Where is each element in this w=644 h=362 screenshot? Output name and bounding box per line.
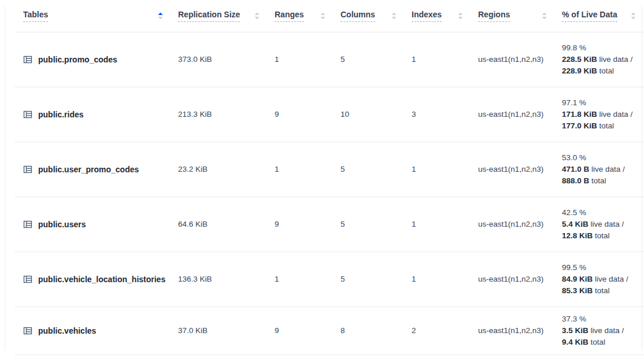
columns-cell: 5 — [334, 252, 405, 306]
ranges-cell: 9 — [268, 197, 334, 252]
replication-size-cell: 37.0 KiB — [171, 306, 268, 354]
columns-cell: 8 — [334, 306, 405, 354]
table-grid-icon — [23, 55, 32, 64]
regions-cell: us-east1(n1,n2,n3) — [471, 87, 555, 142]
table-grid-icon — [23, 275, 32, 284]
columns-cell: 10 — [334, 87, 405, 142]
live-percent: 53.0 % — [562, 152, 636, 164]
live-percent: 97.1 % — [562, 97, 636, 109]
table-grid-icon — [23, 326, 32, 335]
table-row[interactable]: public.vehicle_location_histories 136.3 … — [14, 252, 644, 306]
table-row[interactable]: public.rides 213.3 KiB 9 10 3 us-east1(n… — [14, 87, 644, 142]
table-name-link[interactable]: public.vehicles — [38, 326, 96, 335]
table-name-cell: public.vehicles — [14, 306, 171, 354]
container-left-border — [5, 6, 5, 350]
table-name-cell: public.vehicle_location_histories — [14, 252, 171, 306]
sort-icon[interactable] — [320, 12, 325, 20]
table-name-cell: public.users — [14, 197, 171, 252]
live-size-line: 5.4 KiB live data / — [562, 219, 636, 230]
sort-asc-icon[interactable] — [158, 12, 163, 20]
indexes-cell: 1 — [405, 142, 471, 197]
sort-icon[interactable] — [391, 12, 397, 20]
table-name-link[interactable]: public.users — [38, 220, 86, 229]
indexes-cell: 2 — [405, 306, 471, 354]
table-name-link[interactable]: public.user_promo_codes — [38, 165, 139, 174]
column-header-live-data[interactable]: % of Live Data — [555, 0, 644, 32]
table-grid-icon — [23, 110, 32, 119]
replication-size-cell: 373.0 KiB — [171, 32, 268, 87]
replication-size-cell: 136.3 KiB — [171, 252, 268, 306]
table-header: Tables Replication Size Ranges — [14, 0, 644, 32]
regions-cell: us-east1(n1,n2,n3) — [471, 32, 555, 87]
sort-icon[interactable] — [631, 12, 636, 20]
sort-icon[interactable] — [458, 12, 463, 20]
live-data-cell: 97.1 % 171.8 KiB live data / 177.0 KiB t… — [555, 87, 644, 142]
indexes-cell: 1 — [405, 32, 471, 87]
table-row[interactable]: public.promo_codes 373.0 KiB 1 5 1 us-ea… — [14, 32, 644, 87]
live-size-line: 3.5 KiB live data / — [562, 325, 636, 337]
total-size-line: 228.9 KiB total — [562, 65, 636, 77]
ranges-cell: 9 — [268, 306, 334, 354]
regions-cell: us-east1(n1,n2,n3) — [471, 252, 555, 306]
column-header-regions-label[interactable]: Regions — [478, 10, 510, 22]
live-data-cell: 42.5 % 5.4 KiB live data / 12.8 KiB tota… — [555, 197, 644, 252]
column-header-tables-label[interactable]: Tables — [23, 10, 48, 22]
table-grid-icon — [23, 220, 32, 229]
sort-icon[interactable] — [254, 12, 260, 20]
table-name-link[interactable]: public.rides — [38, 110, 84, 119]
column-header-live-data-label[interactable]: % of Live Data — [562, 10, 617, 22]
table-grid-icon — [23, 165, 32, 174]
table-row[interactable]: public.vehicles 37.0 KiB 9 8 2 us-east1(… — [14, 306, 644, 354]
column-header-ranges-label[interactable]: Ranges — [275, 10, 304, 22]
ranges-cell: 1 — [268, 252, 334, 306]
column-header-columns-label[interactable]: Columns — [340, 10, 375, 22]
replication-size-cell: 213.3 KiB — [171, 87, 268, 142]
indexes-cell: 1 — [405, 197, 471, 252]
table-name-cell: public.user_promo_codes — [14, 142, 171, 197]
column-header-replication-size-label[interactable]: Replication Size — [178, 10, 240, 22]
table-row[interactable]: public.user_promo_codes 23.2 KiB 1 5 1 u… — [14, 142, 644, 197]
column-header-replication-size[interactable]: Replication Size — [171, 0, 268, 32]
live-data-cell: 37.3 % 3.5 KiB live data / 9.4 KiB total — [555, 306, 644, 354]
live-percent: 99.5 % — [562, 262, 636, 274]
ranges-cell: 9 — [268, 87, 334, 142]
table-row[interactable]: public.users 64.6 KiB 9 5 1 us-east1(n1,… — [14, 197, 644, 252]
indexes-cell: 1 — [405, 252, 471, 306]
total-size-line: 12.8 KiB total — [562, 230, 636, 242]
live-data-cell: 99.8 % 228.5 KiB live data / 228.9 KiB t… — [555, 32, 644, 87]
total-size-line: 85.3 KiB total — [562, 285, 636, 297]
regions-cell: us-east1(n1,n2,n3) — [471, 197, 555, 252]
live-percent: 37.3 % — [562, 313, 636, 325]
columns-cell: 5 — [334, 32, 405, 87]
live-data-cell: 53.0 % 471.0 B live data / 888.0 B total — [555, 142, 644, 197]
table-body: public.promo_codes 373.0 KiB 1 5 1 us-ea… — [14, 32, 644, 354]
ranges-cell: 1 — [268, 32, 334, 87]
column-header-tables[interactable]: Tables — [14, 0, 171, 32]
table-name-cell: public.promo_codes — [14, 32, 171, 87]
sort-icon[interactable] — [542, 12, 547, 20]
column-header-indexes[interactable]: Indexes — [405, 0, 471, 32]
regions-cell: us-east1(n1,n2,n3) — [471, 142, 555, 197]
columns-cell: 5 — [334, 197, 405, 252]
table-name-link[interactable]: public.promo_codes — [38, 55, 117, 64]
live-size-line: 84.9 KiB live data / — [562, 274, 636, 285]
replication-size-cell: 64.6 KiB — [171, 197, 268, 252]
total-size-line: 888.0 B total — [562, 175, 636, 187]
total-size-line: 177.0 KiB total — [562, 120, 636, 132]
column-header-regions[interactable]: Regions — [471, 0, 555, 32]
table-name-cell: public.rides — [14, 87, 171, 142]
regions-cell: us-east1(n1,n2,n3) — [471, 306, 555, 354]
column-header-indexes-label[interactable]: Indexes — [412, 10, 442, 22]
total-size-line: 9.4 KiB total — [562, 337, 636, 348]
table-name-link[interactable]: public.vehicle_location_histories — [38, 275, 165, 284]
live-size-line: 228.5 KiB live data / — [562, 54, 636, 65]
live-percent: 42.5 % — [562, 207, 636, 219]
container-right-border — [642, 6, 642, 350]
replication-size-cell: 23.2 KiB — [171, 142, 268, 197]
column-header-columns[interactable]: Columns — [334, 0, 405, 32]
columns-cell: 5 — [334, 142, 405, 197]
column-header-ranges[interactable]: Ranges — [268, 0, 334, 32]
live-size-line: 171.8 KiB live data / — [562, 109, 636, 120]
live-data-cell: 99.5 % 84.9 KiB live data / 85.3 KiB tot… — [555, 252, 644, 306]
indexes-cell: 3 — [405, 87, 471, 142]
